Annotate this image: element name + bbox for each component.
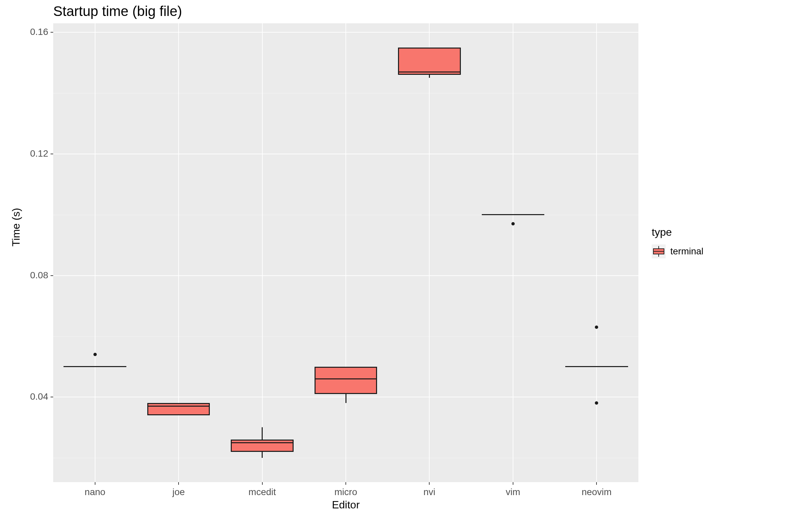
x-tick-label: nvi <box>424 487 436 497</box>
y-tick-label: 0.04 <box>23 391 48 402</box>
x-tick-mark <box>429 482 430 485</box>
box <box>147 403 210 415</box>
box-median <box>482 214 545 215</box>
outlier-point <box>93 353 97 356</box>
x-tick-mark <box>596 482 597 485</box>
outlier-point <box>595 325 598 329</box>
box-whisker <box>262 427 263 440</box>
x-axis-label: Editor <box>332 499 360 511</box>
x-tick-mark <box>178 482 179 485</box>
box-whisker <box>345 394 346 403</box>
y-tick-mark <box>51 32 53 33</box>
box-median <box>398 72 461 73</box>
x-tick-mark <box>95 482 95 485</box>
x-tick-label: micro <box>335 487 357 497</box>
y-tick-mark <box>51 154 53 154</box>
legend-entry-label: terminal <box>670 246 704 257</box>
legend-key-icon <box>652 244 666 258</box>
legend-entry: terminal <box>652 244 704 258</box>
box-median <box>315 378 377 379</box>
x-tick-mark <box>262 482 263 485</box>
box <box>231 440 293 452</box>
chart-container: Startup time (big file) Time (s) 0.040.0… <box>0 0 798 532</box>
box-whisker <box>262 452 263 458</box>
box-median <box>147 406 210 407</box>
grid-line-v <box>95 23 95 482</box>
outlier-point <box>595 401 598 405</box>
plot-area <box>53 23 639 482</box>
chart-title: Startup time (big file) <box>53 3 182 19</box>
box-median <box>231 442 293 443</box>
x-tick-label: nano <box>85 487 106 497</box>
grid-line-v <box>429 23 430 482</box>
y-tick-mark <box>51 397 53 397</box>
box-whisker <box>429 75 430 78</box>
x-tick-label: mcedit <box>248 487 276 497</box>
y-tick-mark <box>51 275 53 276</box>
outlier-point <box>511 222 515 225</box>
box-median <box>565 366 628 367</box>
box <box>315 367 377 394</box>
box <box>398 48 461 75</box>
x-tick-label: vim <box>506 487 520 497</box>
y-tick-label: 0.12 <box>23 148 48 159</box>
x-tick-mark <box>345 482 346 485</box>
y-tick-label: 0.08 <box>23 270 48 281</box>
grid-line-v <box>596 23 597 482</box>
grid-line-v <box>262 23 263 482</box>
legend: type terminal <box>652 226 704 258</box>
x-tick-mark <box>513 482 513 485</box>
x-tick-label: neovim <box>582 487 611 497</box>
x-tick-label: joe <box>172 487 185 497</box>
y-axis-label: Time (s) <box>10 208 22 246</box>
box-median <box>63 366 126 367</box>
legend-title: type <box>652 226 704 239</box>
grid-line-v <box>513 23 513 482</box>
grid-line-v <box>345 23 346 482</box>
y-tick-label: 0.16 <box>23 26 48 37</box>
